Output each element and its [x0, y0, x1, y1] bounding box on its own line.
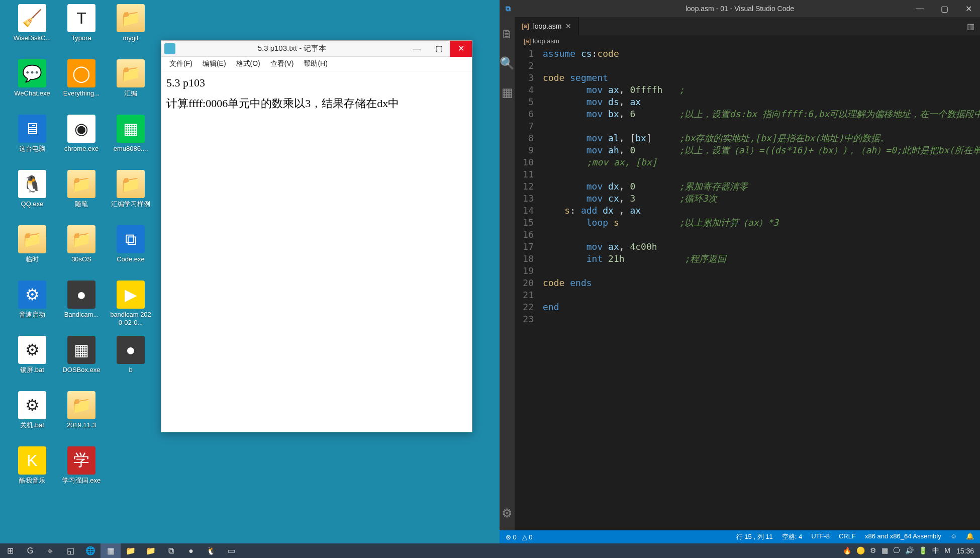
desktop-icon[interactable]: ▶bandicam 2020-02-0... [109, 281, 153, 331]
code-line[interactable]: ;mov ax, [bx] [543, 156, 980, 168]
minimize-button[interactable]: — [406, 41, 428, 57]
desktop-icon[interactable]: ◉chrome.exe [59, 115, 104, 165]
split-editor-icon[interactable]: ▥ [967, 22, 974, 31]
code-line[interactable]: mov ds, ax [543, 96, 980, 108]
taskbar-item[interactable]: 🐧 [201, 543, 221, 558]
tray-icon[interactable]: ⚙ [870, 546, 876, 555]
code-line[interactable] [543, 229, 980, 241]
tray-icon[interactable]: 🟡 [856, 546, 865, 555]
desktop-icon[interactable]: 🧹WiseDiskC... [10, 4, 54, 54]
close-button[interactable]: ✕ [961, 2, 976, 16]
status-item[interactable]: x86 and x86_64 Assembly [865, 532, 941, 541]
desktop-icon[interactable]: 💬WeChat.exe [10, 59, 54, 110]
code-line[interactable] [543, 60, 980, 72]
desktop-icon[interactable]: ⧉Code.exe [109, 225, 153, 275]
desktop-icon[interactable]: ●b [109, 336, 153, 386]
desktop-icon[interactable]: 📁2019.11.3 [59, 391, 104, 441]
tray-icon[interactable]: ▦ [881, 546, 888, 555]
tray-icon[interactable]: 🔥 [843, 546, 851, 555]
code-line[interactable]: mov ah, 0 ;以上，设置（al）=((ds*16)+（bx）)，（ah）… [543, 144, 980, 156]
desktop-icon[interactable]: ⚙关机.bat [10, 391, 54, 441]
code-line[interactable]: end [543, 301, 980, 313]
desktop-icon[interactable]: 📁汇编 [109, 59, 153, 110]
tray-icon[interactable]: 🔋 [919, 546, 927, 555]
taskbar-item[interactable]: 🌐 [80, 543, 101, 558]
desktop-icon[interactable]: ▦DOSBox.exe [59, 336, 104, 386]
desktop-icon[interactable]: ⚙音速启动 [10, 281, 54, 331]
desktop-icon[interactable]: 📁临时 [10, 225, 54, 275]
explorer-icon[interactable]: 🗎 [501, 27, 513, 41]
tray-icon[interactable]: 中 [932, 546, 939, 555]
menu-item[interactable]: 文件(F) [164, 58, 198, 70]
code-line[interactable]: code ends [543, 277, 980, 289]
code-line[interactable]: assume cs:code [543, 48, 980, 60]
maximize-button[interactable]: ▢ [428, 41, 450, 57]
desktop-icon[interactable]: 📁30sOS [59, 225, 104, 275]
status-item[interactable]: △ 0 [522, 533, 533, 541]
code-line[interactable] [543, 265, 980, 277]
code-line[interactable]: mov ax, 0ffffh ; [543, 84, 980, 96]
status-left[interactable]: ⊗ 0 △ 0 [506, 533, 533, 541]
status-item[interactable]: CRLF [839, 532, 856, 541]
search-icon[interactable]: 🔍 [500, 56, 515, 70]
menu-item[interactable]: 格式(O) [231, 58, 265, 70]
desktop-icon[interactable]: 📁随笔 [59, 170, 104, 220]
desktop-icon[interactable]: 📁mygit [109, 4, 153, 54]
tray-icon[interactable]: 🔊 [905, 546, 914, 555]
extensions-icon[interactable]: ▦ [502, 85, 513, 100]
notepad-titlebar[interactable]: 5.3 p103.txt - 记事本 — ▢ ✕ [161, 41, 472, 57]
code-editor[interactable]: 1234567891011121314151617181920212223 as… [515, 47, 980, 325]
menu-item[interactable]: 查看(V) [265, 58, 299, 70]
desktop-icon[interactable]: 📁汇编学习样例 [109, 170, 153, 220]
code-line[interactable]: loop s ;以上累加计算（ax）*3 [543, 217, 980, 229]
clock[interactable]: 15:36 [956, 547, 974, 555]
taskbar-item[interactable]: 📁 [121, 543, 141, 558]
taskbar-item[interactable]: ⎆ [40, 543, 60, 558]
tab-loop-asm[interactable]: [a] loop.asm ✕ [515, 17, 579, 35]
taskbar-item[interactable]: G [20, 543, 40, 558]
code-line[interactable]: mov bx, 6 ;以上，设置ds:bx 指向ffff:6,bx可以理解为偏移… [543, 108, 980, 120]
status-item[interactable]: 空格: 4 [782, 532, 802, 541]
desktop-icon[interactable]: K酷我音乐 [10, 446, 54, 497]
breadcrumb[interactable]: [a] loop.asm [515, 35, 980, 47]
desktop-icon[interactable]: ●Bandicam... [59, 281, 104, 331]
taskbar-item[interactable]: ⊞ [0, 543, 20, 558]
taskbar-item[interactable]: 📁 [141, 543, 161, 558]
gear-icon[interactable]: ⚙ [502, 506, 513, 520]
code-line[interactable]: s: add dx , ax [543, 205, 980, 217]
maximize-button[interactable]: ▢ [937, 2, 952, 16]
source-code[interactable]: assume cs:codecode segment mov ax, 0ffff… [543, 48, 980, 325]
code-line[interactable] [543, 313, 980, 325]
taskbar-item[interactable]: ▦ [101, 543, 121, 558]
status-item[interactable]: UTF-8 [811, 532, 830, 541]
taskbar-item[interactable]: ⧉ [161, 543, 181, 558]
desktop-icon[interactable]: ◯Everything... [59, 59, 104, 110]
desktop-icon[interactable]: 学学习强国.exe [59, 446, 104, 497]
status-item[interactable]: ☺ [950, 532, 957, 541]
taskbar-item[interactable]: ▭ [221, 543, 241, 558]
code-line[interactable] [543, 289, 980, 301]
minimize-button[interactable]: — [912, 2, 928, 16]
desktop-icon[interactable]: TTypora [59, 4, 104, 54]
code-line[interactable]: int 21h ;程序返回 [543, 253, 980, 265]
status-item[interactable]: 🔔 [966, 532, 974, 541]
menu-item[interactable]: 编辑(E) [198, 58, 231, 70]
status-item[interactable]: ⊗ 0 [506, 533, 517, 541]
desktop-icon[interactable]: ▦emu8086.... [109, 115, 153, 165]
code-line[interactable]: mov ax, 4c00h [543, 241, 980, 253]
status-item[interactable]: 行 15 , 列 11 [736, 532, 773, 541]
tray-icon[interactable]: M [944, 546, 950, 555]
close-tab-icon[interactable]: ✕ [565, 22, 571, 30]
code-line[interactable]: mov dx, 0 ;累加寄存器清零 [543, 180, 980, 193]
menu-item[interactable]: 帮助(H) [299, 58, 332, 70]
code-line[interactable]: code segment [543, 72, 980, 84]
code-line[interactable] [543, 120, 980, 132]
desktop-icon[interactable]: 🐧QQ.exe [10, 170, 54, 220]
code-line[interactable]: mov cx, 3 ;循环3次 [543, 193, 980, 205]
code-line[interactable]: mov al, [bx] ;bx存放的实地址,[bx]是指在bx(地址)中的数据… [543, 132, 980, 144]
code-line[interactable] [543, 168, 980, 180]
desktop-icon[interactable]: ⚙锁屏.bat [10, 336, 54, 386]
notepad-body[interactable]: 5.3 p103 计算ffff:0006单元中的数乘以3，结果存储在dx中 [161, 71, 472, 116]
tray-icon[interactable]: 🖵 [893, 546, 900, 555]
taskbar-item[interactable]: ● [181, 543, 201, 558]
